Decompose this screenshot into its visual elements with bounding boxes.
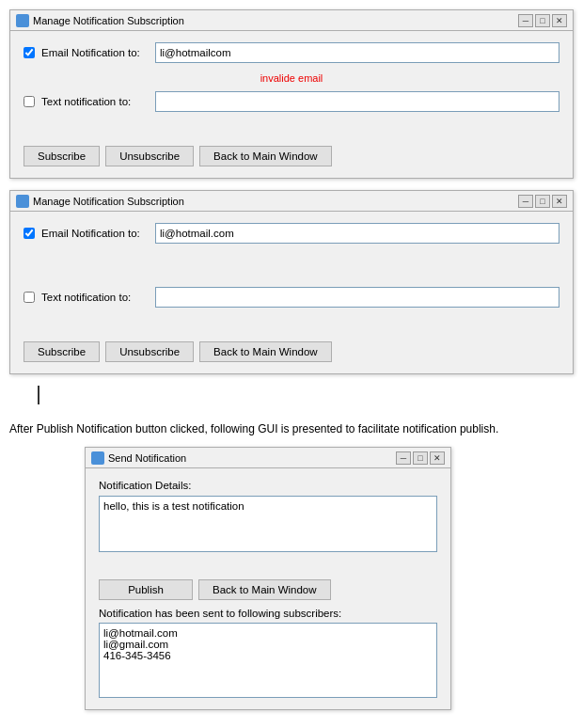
window1-subscribe-btn[interactable]: Subscribe — [24, 146, 100, 166]
subscriber-item-1: li@hotmail.com — [103, 627, 433, 639]
description-text: After Publish Notification button clicke… — [9, 420, 574, 437]
window2-titlebar: Manage Notification Subscription ─ □ ✕ — [10, 191, 573, 212]
window2-controls: ─ □ ✕ — [518, 195, 567, 208]
send-window-controls: ─ □ ✕ — [396, 451, 445, 465]
window1-email-input[interactable] — [155, 42, 559, 63]
notification-textarea[interactable]: hello, this is a test notification — [99, 496, 437, 552]
window1-email-checkbox[interactable] — [24, 47, 35, 58]
window1-text-input[interactable] — [155, 91, 559, 112]
send-window-body: Notification Details: hello, this is a t… — [86, 468, 450, 709]
window2-title: Manage Notification Subscription — [33, 196, 184, 207]
send-back-btn[interactable]: Back to Main Window — [198, 579, 331, 600]
subscriber-item-2: li@gmail.com — [103, 639, 433, 650]
publish-btn[interactable]: Publish — [99, 579, 193, 600]
subscribers-box: li@hotmail.com li@gmail.com 416-345-3456 — [99, 623, 437, 698]
window1-email-row: Email Notification to: — [24, 42, 559, 63]
window1-text-row: Text notification to: — [24, 91, 559, 112]
send-btn-row: Publish Back to Main Window — [99, 579, 437, 600]
window2-email-input[interactable] — [155, 223, 559, 244]
window2-email-label: Email Notification to: — [24, 228, 155, 239]
window2-back-btn[interactable]: Back to Main Window — [199, 341, 332, 362]
window2-unsubscribe-btn[interactable]: Unsubscribe — [105, 341, 194, 362]
send-window-titlebar: Send Notification ─ □ ✕ — [86, 448, 450, 468]
subscribers-label: Notification has been sent to following … — [99, 608, 437, 619]
window1-unsubscribe-btn[interactable]: Unsubscribe — [105, 146, 194, 166]
window1-text-checkbox[interactable] — [24, 96, 35, 107]
window1-error-text: invalide email — [24, 72, 559, 84]
window1-email-label: Email Notification to: — [24, 47, 155, 58]
window2-close-btn[interactable]: ✕ — [552, 195, 567, 208]
window2-text-row: Text notification to: — [24, 287, 559, 308]
send-window-title: Send Notification — [108, 452, 186, 464]
send-window-maximize-btn[interactable]: □ — [413, 451, 428, 465]
window2: Manage Notification Subscription ─ □ ✕ E… — [9, 190, 574, 374]
send-window: Send Notification ─ □ ✕ Notification Det… — [85, 447, 451, 710]
window1-icon — [16, 14, 29, 27]
window2-subscribe-btn[interactable]: Subscribe — [24, 341, 100, 362]
window1-maximize-btn[interactable]: □ — [535, 14, 550, 27]
window2-text-checkbox[interactable] — [24, 292, 35, 303]
window2-email-checkbox[interactable] — [24, 228, 35, 239]
subscriber-item-3: 416-345-3456 — [103, 650, 433, 661]
window2-btn-row: Subscribe Unsubscribe Back to Main Windo… — [24, 341, 559, 362]
window1-title: Manage Notification Subscription — [33, 15, 184, 26]
window1-back-btn[interactable]: Back to Main Window — [199, 146, 332, 166]
window1-body: Email Notification to: invalide email Te… — [10, 31, 573, 178]
window1-text-label: Text notification to: — [24, 96, 155, 107]
send-window-minimize-btn[interactable]: ─ — [396, 451, 411, 465]
window1: Manage Notification Subscription ─ □ ✕ E… — [9, 9, 574, 179]
send-window-icon — [91, 451, 104, 465]
window2-email-row: Email Notification to: — [24, 223, 559, 244]
notification-details-label: Notification Details: — [99, 480, 437, 491]
send-window-close-btn[interactable]: ✕ — [430, 451, 445, 465]
window2-text-label: Text notification to: — [24, 292, 155, 303]
window1-close-btn[interactable]: ✕ — [552, 14, 567, 27]
window2-maximize-btn[interactable]: □ — [535, 195, 550, 208]
window2-text-input[interactable] — [155, 287, 559, 308]
window1-btn-row: Subscribe Unsubscribe Back to Main Windo… — [24, 146, 559, 166]
window1-controls: ─ □ ✕ — [518, 14, 567, 27]
window1-titlebar: Manage Notification Subscription ─ □ ✕ — [10, 10, 573, 31]
window2-minimize-btn[interactable]: ─ — [518, 195, 533, 208]
cursor-indicator — [38, 386, 39, 404]
window2-icon — [16, 195, 29, 208]
window2-body: Email Notification to: Text notification… — [10, 212, 573, 373]
window1-minimize-btn[interactable]: ─ — [518, 14, 533, 27]
